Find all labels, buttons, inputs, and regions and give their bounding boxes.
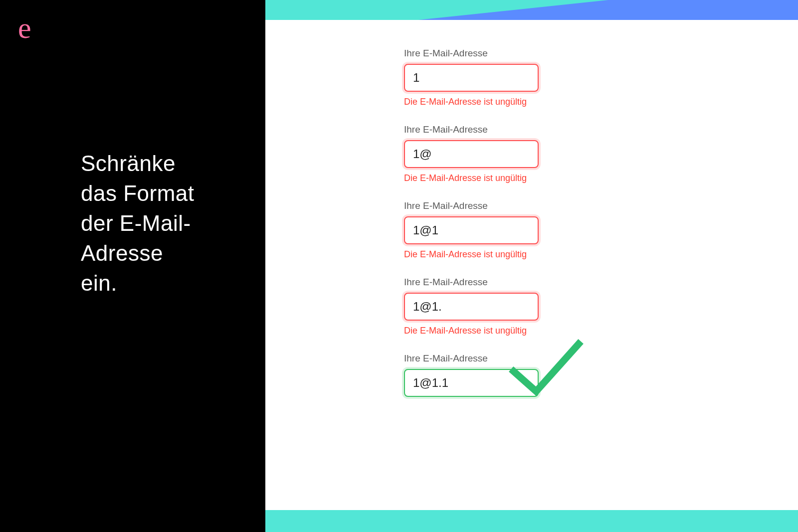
slide: e Schränkedas Formatder E-Mail-Adresseei… xyxy=(0,0,798,532)
email-field-group: Ihre E-Mail-Adresse Die E-Mail-Adresse i… xyxy=(404,277,549,336)
email-label: Ihre E-Mail-Adresse xyxy=(404,277,549,288)
input-wrap xyxy=(404,293,549,321)
email-field-group: Ihre E-Mail-Adresse Die E-Mail-Adresse i… xyxy=(404,200,549,260)
email-error: Die E-Mail-Adresse ist ungültig xyxy=(404,249,549,260)
email-field-group: Ihre E-Mail-Adresse Die E-Mail-Adresse i… xyxy=(404,48,549,107)
bottom-accent-band xyxy=(265,510,798,532)
left-panel: e Schränkedas Formatder E-Mail-Adresseei… xyxy=(0,0,265,532)
input-wrap xyxy=(404,64,549,92)
email-input[interactable] xyxy=(404,216,539,244)
email-examples-column: Ihre E-Mail-Adresse Die E-Mail-Adresse i… xyxy=(404,48,549,414)
headline: Schränkedas Formatder E-Mail-Adresseein. xyxy=(81,149,195,298)
email-error: Die E-Mail-Adresse ist ungültig xyxy=(404,97,549,107)
input-wrap xyxy=(404,140,549,168)
email-input[interactable] xyxy=(404,293,539,321)
email-label: Ihre E-Mail-Adresse xyxy=(404,48,549,59)
email-input[interactable] xyxy=(404,64,539,92)
email-error: Die E-Mail-Adresse ist ungültig xyxy=(404,326,549,336)
email-label: Ihre E-Mail-Adresse xyxy=(404,124,549,135)
email-label: Ihre E-Mail-Adresse xyxy=(404,200,549,211)
email-field-group: Ihre E-Mail-Adresse Die E-Mail-Adresse i… xyxy=(404,124,549,183)
email-field-group: Ihre E-Mail-Adresse xyxy=(404,353,549,397)
email-label: Ihre E-Mail-Adresse xyxy=(404,353,549,364)
logo-e-icon: e xyxy=(18,13,31,43)
email-input[interactable] xyxy=(404,369,539,397)
top-accent-band xyxy=(265,0,798,20)
email-error: Die E-Mail-Adresse ist ungültig xyxy=(404,173,549,183)
input-wrap xyxy=(404,216,549,244)
email-input[interactable] xyxy=(404,140,539,168)
input-wrap xyxy=(404,369,549,397)
